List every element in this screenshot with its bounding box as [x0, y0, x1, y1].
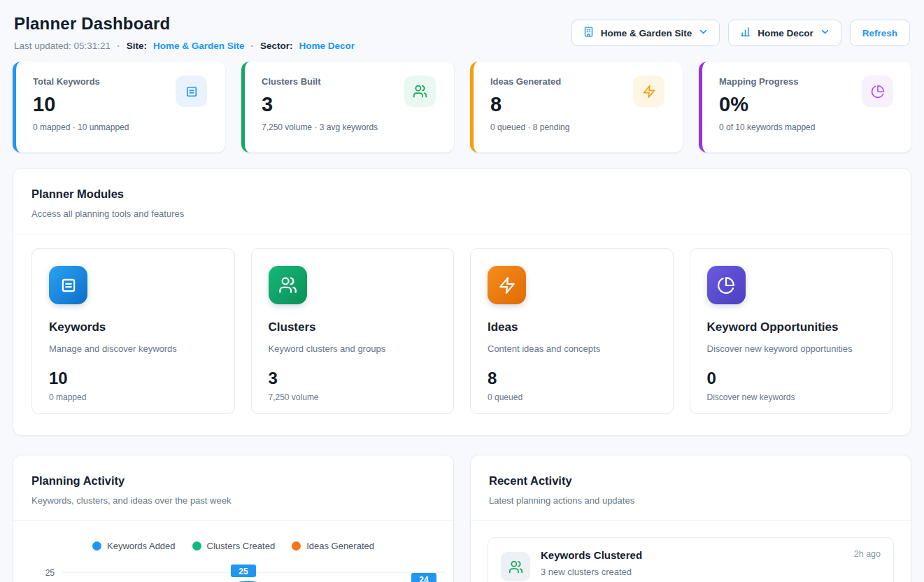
module-card-clusters[interactable]: Clusters Keyword clusters and groups 3 7… — [251, 248, 455, 414]
header-meta: Last updated: 05:31:21 · Site: Home & Ga… — [14, 41, 355, 51]
activity-timestamp: 2h ago — [854, 549, 881, 559]
module-sub: 0 queued — [488, 392, 656, 402]
modules-title: Planner Modules — [31, 187, 893, 201]
sector-link[interactable]: Home Decor — [299, 41, 355, 51]
users-icon — [269, 266, 307, 304]
module-sub: 0 mapped — [49, 392, 218, 402]
zap-icon — [488, 266, 526, 304]
activity-title: Keywords Clustered — [541, 549, 844, 561]
pie-chart-icon — [707, 266, 746, 304]
zap-icon — [633, 76, 664, 107]
site-link[interactable]: Home & Garden Site — [153, 41, 245, 51]
recent-activity-panel: Recent Activity Latest planning actions … — [470, 455, 911, 582]
recent-activity-title: Recent Activity — [489, 474, 893, 488]
activity-item-keywords-clustered: Keywords Clustered 3 new clusters create… — [488, 537, 894, 582]
module-title: Clusters — [269, 320, 437, 334]
planning-activity-subtitle: Keywords, clusters, and ideas over the p… — [31, 495, 435, 506]
note-icon — [176, 76, 207, 107]
module-description: Manage and discover keywords — [49, 343, 218, 354]
last-updated: Last updated: 05:31:21 — [14, 41, 111, 51]
refresh-button[interactable]: Refresh — [850, 20, 910, 46]
module-card-keyword-opportunities[interactable]: Keyword Opportunities Discover new keywo… — [690, 248, 893, 414]
note-icon — [49, 266, 87, 304]
site-selector-dropdown[interactable]: Home & Garden Site — [571, 20, 720, 46]
module-sub: Discover new keywords — [707, 392, 876, 402]
planning-activity-title: Planning Activity — [31, 474, 435, 488]
stat-cards-row: Total Keywords 10 0 mapped · 10 unmapped… — [13, 62, 911, 152]
module-description: Content ideas and concepts — [488, 343, 656, 354]
sector-label: Sector: — [260, 41, 293, 51]
module-value: 10 — [49, 369, 218, 388]
legend-dot — [192, 541, 201, 551]
stat-card-clusters-built: Clusters Built 3 7,250 volume · 3 avg ke… — [241, 62, 454, 152]
activity-body: Keywords Clustered 3 new clusters create… — [541, 549, 844, 577]
svg-text:24: 24 — [419, 575, 429, 582]
page-title: Planner Dashboard — [14, 14, 355, 34]
bar-chart-icon — [739, 26, 751, 40]
chart-legend: Keywords Added Clusters Created Ideas Ge… — [13, 541, 453, 551]
recent-activity-header: Recent Activity Latest planning actions … — [471, 455, 911, 520]
area-chart: 25 25 24 — [13, 557, 454, 582]
modules-panel-header: Planner Modules Access all planning tool… — [13, 169, 911, 234]
legend-label: Ideas Generated — [306, 541, 374, 551]
stat-sub: 7,250 volume · 3 avg keywords — [262, 122, 437, 132]
users-icon — [501, 552, 530, 581]
planning-activity-panel: Planning Activity Keywords, clusters, an… — [13, 455, 454, 582]
activity-chart: Keywords Added Clusters Created Ideas Ge… — [13, 521, 453, 582]
legend-dot — [92, 541, 101, 551]
header-left: Planner Dashboard Last updated: 05:31:21… — [14, 14, 355, 51]
recent-activity-subtitle: Latest planning actions and updates — [489, 495, 893, 506]
legend-item-ideas-generated[interactable]: Ideas Generated — [292, 541, 374, 551]
page-header: Planner Dashboard Last updated: 05:31:21… — [13, 14, 911, 51]
planning-activity-header: Planning Activity Keywords, clusters, an… — [13, 455, 453, 520]
site-label: Site: — [127, 41, 147, 51]
data-point-label: 24 — [411, 573, 436, 582]
legend-item-clusters-created[interactable]: Clusters Created — [192, 541, 276, 551]
module-card-ideas[interactable]: Ideas Content ideas and concepts 8 0 que… — [470, 248, 674, 414]
site-selector-label: Home & Garden Site — [601, 28, 692, 38]
stat-card-total-keywords: Total Keywords 10 0 mapped · 10 unmapped — [13, 62, 225, 152]
stat-card-ideas-generated: Ideas Generated 8 0 queued · 8 pending — [470, 62, 683, 152]
legend-item-keywords-added[interactable]: Keywords Added — [92, 541, 176, 551]
building-icon — [583, 26, 595, 40]
data-point-label: 25 — [231, 565, 256, 577]
y-axis-tick: 25 — [45, 568, 55, 578]
module-title: Keyword Opportunities — [707, 320, 876, 334]
legend-label: Keywords Added — [107, 541, 176, 551]
module-title: Ideas — [488, 320, 656, 334]
pie-chart-icon — [862, 76, 893, 107]
module-title: Keywords — [49, 320, 218, 334]
users-icon — [404, 76, 436, 107]
module-value: 0 — [707, 369, 876, 388]
activity-list: Keywords Clustered 3 new clusters create… — [471, 521, 911, 582]
module-value: 8 — [488, 369, 656, 388]
activity-description: 3 new clusters created — [541, 567, 844, 577]
sector-selector-dropdown[interactable]: Home Decor — [728, 20, 841, 46]
modules-subtitle: Access all planning tools and features — [31, 208, 893, 219]
module-sub: 7,250 volume — [269, 392, 437, 402]
stat-sub: 0 of 10 keywords mapped — [719, 122, 895, 132]
stat-card-mapping-progress: Mapping Progress 0% 0 of 10 keywords map… — [699, 62, 911, 152]
planner-modules-panel: Planner Modules Access all planning tool… — [13, 168, 911, 436]
svg-text:25: 25 — [239, 567, 248, 576]
module-value: 3 — [269, 369, 437, 388]
bottom-row: Planning Activity Keywords, clusters, an… — [13, 455, 911, 582]
module-description: Discover new keyword opportunities — [707, 343, 876, 354]
header-actions: Home & Garden Site Home Decor Refresh — [571, 20, 910, 46]
chevron-down-icon — [820, 27, 830, 39]
module-description: Keyword clusters and groups — [269, 343, 437, 354]
sector-selector-label: Home Decor — [758, 28, 813, 38]
planner-dashboard-page: Planner Dashboard Last updated: 05:31:21… — [0, 0, 924, 582]
legend-dot — [292, 541, 301, 551]
module-card-keywords[interactable]: Keywords Manage and discover keywords 10… — [31, 248, 235, 414]
meta-separator: · — [117, 41, 120, 51]
meta-separator: · — [250, 41, 254, 51]
legend-label: Clusters Created — [207, 541, 276, 551]
stat-sub: 0 queued · 8 pending — [490, 122, 666, 132]
modules-grid: Keywords Manage and discover keywords 10… — [13, 234, 911, 435]
stat-sub: 0 mapped · 10 unmapped — [33, 122, 208, 132]
chevron-down-icon — [698, 27, 709, 39]
